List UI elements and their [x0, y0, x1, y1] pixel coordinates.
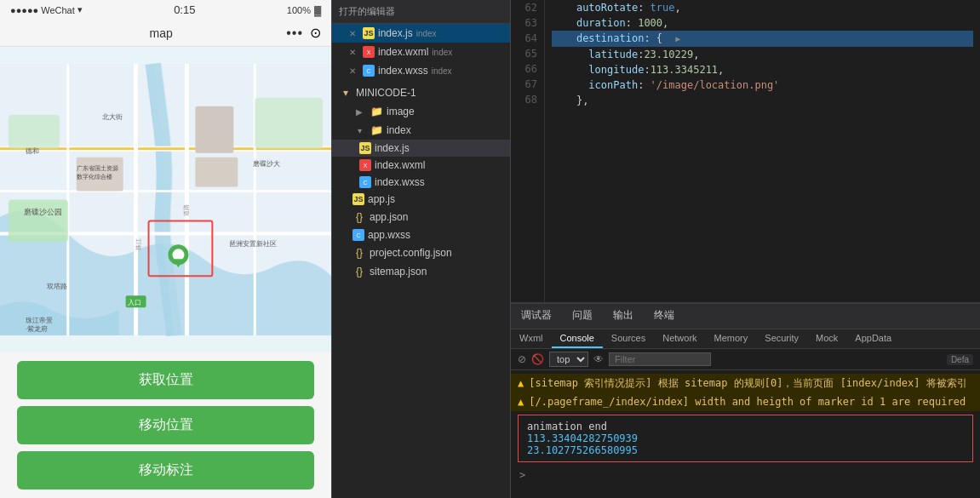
project-name: MINICODE-1 [356, 87, 416, 99]
phone-title-bar: map ••• ⊙ [0, 20, 331, 47]
folder-image[interactable]: ▶ 📁 image [332, 102, 510, 121]
file-appjs-label: app.js [368, 193, 395, 205]
file-wxml-icon: X [359, 159, 371, 171]
file-appwxss[interactable]: C app.wxss [332, 226, 510, 243]
console-toolbar: ⊘ 🚫 top 👁 Defa [511, 349, 980, 370]
file-projectconfig-label: project.config.json [370, 247, 452, 259]
svg-text:德和: 德和 [26, 147, 39, 155]
subtab-appdata[interactable]: AppData [846, 329, 900, 348]
close-icon[interactable]: ✕ [346, 26, 359, 40]
console-prompt-line: > [511, 466, 980, 484]
js-icon: JS [363, 27, 375, 39]
open-file-indexwxml-badge: index [432, 48, 452, 57]
project-root[interactable]: ▾ MINICODE-1 [332, 83, 510, 102]
file-sitemap[interactable]: {} sitemap.json [332, 262, 510, 281]
arrow-down-icon: ▾ [352, 123, 366, 137]
sitemap-icon: {} [352, 265, 366, 278]
console-warn-2: ▲ [/.pageframe_/index/index] width and h… [511, 392, 980, 411]
subtab-sources[interactable]: Sources [603, 329, 654, 348]
subtab-memory[interactable]: Memory [706, 329, 757, 348]
warn-icon-2: ▲ [518, 394, 524, 409]
warn-icon-1: ▲ [518, 375, 524, 391]
subtab-security[interactable]: Security [756, 329, 807, 348]
projectconfig-icon: {} [352, 246, 366, 260]
filter-input[interactable] [609, 352, 711, 366]
arrow-icon: ▶ [352, 105, 366, 118]
svg-text:道路: 道路 [183, 204, 189, 216]
tab-debugger[interactable]: 调试器 [511, 304, 562, 329]
code-line-65: latitude:23.10229, [552, 47, 973, 62]
tab-issues[interactable]: 问题 [562, 304, 603, 329]
clear-icon[interactable]: 🚫 [531, 353, 544, 365]
battery-percent: 100% [287, 5, 311, 15]
code-line-64: destination: { ▶ [552, 31, 973, 47]
console-subtabs: Wxml Console Sources Network Memory Secu… [511, 329, 980, 349]
svg-text:数字化综合楼: 数字化综合楼 [77, 173, 112, 180]
carrier-label: WeChat [41, 5, 75, 15]
close-icon2[interactable]: ✕ [346, 45, 359, 59]
file-explorer: 打开的编辑器 ✕ JS index.js index ✕ X index.wxm… [332, 0, 511, 498]
open-file-indexjs-badge: index [416, 29, 437, 38]
battery-icon: ▓ [314, 5, 321, 15]
console-body: ▲ [sitemap 索引情况提示] 根据 sitemap 的规则[0]，当前页… [511, 370, 980, 498]
file-projectconfig[interactable]: {} project.config.json [332, 243, 510, 262]
file-indexwxml[interactable]: X index.wxml [332, 157, 510, 174]
svg-text:入口: 入口 [128, 299, 141, 306]
file-appjson[interactable]: {} app.json [332, 208, 510, 226]
close-icon3[interactable]: ✕ [346, 64, 359, 77]
file-indexjs[interactable]: JS index.js [332, 140, 510, 157]
subtab-wxml[interactable]: Wxml [511, 329, 552, 348]
wxss-icon: C [363, 65, 375, 77]
subtab-mock[interactable]: Mock [807, 329, 846, 348]
tab-terminal[interactable]: 终端 [644, 304, 685, 329]
target-icon[interactable]: ⊙ [310, 25, 321, 41]
level-select[interactable]: top [549, 352, 588, 367]
folder-index-label: index [387, 124, 411, 136]
svg-rect-10 [255, 98, 323, 149]
svg-text:珠江: 珠江 [135, 238, 141, 250]
open-editors-header: 打开的编辑器 [332, 0, 510, 24]
index-folder-icon: 📁 [370, 123, 383, 137]
open-file-indexwxml[interactable]: ✕ X index.wxml index [332, 43, 510, 61]
output-value-1: 113.33404282750939 [527, 432, 964, 444]
svg-rect-9 [9, 200, 68, 243]
move-marker-button[interactable]: 移动标注 [17, 451, 314, 489]
open-file-indexjs[interactable]: ✕ JS index.js index [332, 24, 510, 43]
more-icon[interactable]: ••• [286, 26, 303, 41]
get-location-button[interactable]: 获取位置 [17, 361, 314, 399]
open-file-indexjs-label: index.js [378, 27, 413, 39]
subtab-network[interactable]: Network [654, 329, 705, 348]
wxml-icon: X [363, 46, 375, 58]
code-content: autoRotate: true, duration: 1000, destin… [545, 0, 980, 302]
wifi-icon: ▾ [77, 4, 83, 15]
file-indexjs-label: index.js [375, 142, 410, 154]
file-js-icon: JS [359, 142, 371, 154]
status-right: 100% ▓ [287, 5, 321, 15]
tab-output[interactable]: 输出 [603, 304, 644, 329]
file-indexwxss-label: index.wxss [375, 176, 425, 188]
open-file-indexwxss-label: index.wxss [378, 65, 428, 77]
signal-dots: ●●●●● [10, 5, 38, 15]
right-panel: 62 63 64 65 66 67 68 autoRotate: true, d… [511, 0, 980, 498]
appwxss-icon: C [352, 229, 364, 241]
move-location-button[interactable]: 移动位置 [17, 406, 314, 444]
svg-text:琶洲安置新社区: 琶洲安置新社区 [229, 240, 277, 248]
folder-index[interactable]: ▾ 📁 index [332, 121, 510, 140]
phone-simulator: ●●●●● WeChat ▾ 0:15 100% ▓ map ••• ⊙ [0, 0, 332, 498]
map-container: 磨碟沙公园 德和 北大街 广东省国土资源 数字化综合楼 琶洲安置新社区 磨碟沙大… [0, 47, 331, 352]
file-indexwxss[interactable]: C index.wxss [332, 174, 510, 191]
line-numbers: 62 63 64 65 66 67 68 [511, 0, 545, 302]
file-appjs[interactable]: JS app.js [332, 191, 510, 208]
button-area: 获取位置 移动位置 移动标注 [0, 352, 331, 498]
title-right: ••• ⊙ [286, 25, 321, 41]
eye-icon[interactable]: 👁 [593, 353, 604, 365]
svg-text:磨碟沙公园: 磨碟沙公园 [24, 208, 62, 216]
image-folder-icon: 📁 [370, 105, 383, 118]
folder-image-label: image [387, 106, 415, 117]
svg-text:·紫龙府: ·紫龙府 [26, 325, 48, 333]
block-icon[interactable]: ⊘ [518, 353, 526, 365]
subtab-console[interactable]: Console [552, 329, 603, 348]
code-line-62: autoRotate: true, [552, 0, 973, 15]
file-indexwxml-label: index.wxml [375, 159, 425, 171]
open-file-indexwxss[interactable]: ✕ C index.wxss index [332, 61, 510, 80]
